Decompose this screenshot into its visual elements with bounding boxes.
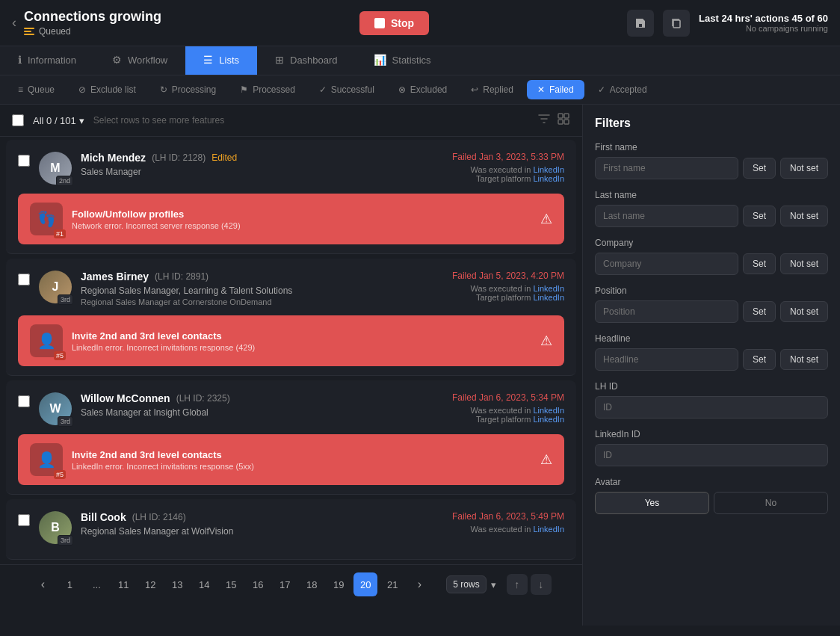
firstname-input[interactable] xyxy=(595,157,738,179)
rows-nav-up[interactable]: ↑ xyxy=(507,574,528,595)
firstname-notset-btn[interactable]: Not set xyxy=(780,158,828,179)
filter-group-lastname: Last name Set Not set xyxy=(595,190,828,227)
contact-company-2: Regional Sales Manager at Cornerstone On… xyxy=(81,297,443,306)
contact-checkbox-2[interactable] xyxy=(18,274,30,285)
company-set-btn[interactable]: Set xyxy=(743,253,776,274)
save-button[interactable] xyxy=(627,10,654,37)
page-17[interactable]: 17 xyxy=(273,572,297,596)
company-input[interactable] xyxy=(595,253,738,275)
subtab-queue[interactable]: ≡ Queue xyxy=(7,80,65,99)
row-count-button[interactable]: All 0 / 101 ▾ xyxy=(33,115,84,126)
avatar-yes-btn[interactable]: Yes xyxy=(595,492,709,514)
page-1[interactable]: 1 xyxy=(58,572,81,596)
subtab-exclude-list[interactable]: ⊘ Exclude list xyxy=(68,80,146,99)
page-20[interactable]: 20 xyxy=(353,572,377,596)
page-16[interactable]: 16 xyxy=(246,572,270,596)
page-12[interactable]: 12 xyxy=(138,572,162,596)
filter-group-avatar: Avatar Yes No xyxy=(595,477,828,514)
pagination-next[interactable]: › xyxy=(407,572,431,596)
page-13[interactable]: 13 xyxy=(165,572,189,596)
name-row-2: James Birney (LH ID: 2891) xyxy=(81,271,443,283)
queue-icon-sub: ≡ xyxy=(18,84,23,95)
page-14[interactable]: 14 xyxy=(192,572,216,596)
contact-card-4: B 3rd Bill Cook (LH ID: 2146) Regional S… xyxy=(6,499,576,560)
tab-workflow[interactable]: ⚙ Workflow xyxy=(94,46,185,75)
subtab-processed[interactable]: ⚑ Processed xyxy=(229,80,306,99)
subtab-excluded[interactable]: ⊗ Excluded xyxy=(388,80,457,99)
tab-dashboard[interactable]: ⊞ Dashboard xyxy=(257,46,356,75)
sub-tabs: ≡ Queue ⊘ Exclude list ↻ Processing ⚑ Pr… xyxy=(0,75,840,105)
subtab-processing[interactable]: ↻ Processing xyxy=(149,80,226,99)
tab-information[interactable]: ℹ Information xyxy=(0,46,94,75)
subtab-failed[interactable]: ✕ Failed xyxy=(527,80,584,99)
card-info-4: Bill Cook (LH ID: 2146) Regional Sales M… xyxy=(81,511,443,538)
contact-checkbox-3[interactable] xyxy=(18,395,30,407)
action-icon-wrap-1: 👣 #1 xyxy=(30,203,63,235)
page-18[interactable]: 18 xyxy=(300,572,324,596)
action-error-2: LinkedIn error. Incorrect invitations re… xyxy=(72,343,531,352)
rows-chevron-icon[interactable]: ▾ xyxy=(491,579,496,590)
page-15[interactable]: 15 xyxy=(219,572,243,596)
tab-lists[interactable]: ☰ Lists xyxy=(185,46,257,75)
subtab-accepted[interactable]: ✓ Accepted xyxy=(587,80,658,99)
page-ellipsis: ... xyxy=(84,572,108,596)
page-19[interactable]: 19 xyxy=(327,572,350,596)
name-row-4: Bill Cook (LH ID: 2146) xyxy=(81,511,443,523)
lhid-input[interactable] xyxy=(595,396,828,419)
queue-icon xyxy=(24,28,34,35)
headline-notset-btn[interactable]: Not set xyxy=(780,349,828,370)
page-11[interactable]: 11 xyxy=(111,572,135,596)
company-notset-btn[interactable]: Not set xyxy=(780,253,828,274)
action-title-1: Follow/Unfollow profiles xyxy=(72,209,531,220)
dashboard-icon: ⊞ xyxy=(275,54,284,66)
action-row-2: 👤 #5 Invite 2nd and 3rd level contacts L… xyxy=(18,315,564,366)
action-icon-2: 👤 xyxy=(37,332,56,350)
linkedinid-input[interactable] xyxy=(595,444,828,466)
chevron-down-icon: ▾ xyxy=(79,115,84,126)
executed-in-1: Was executed in LinkedIn xyxy=(452,165,564,174)
lastname-set-btn[interactable]: Set xyxy=(743,206,776,226)
contact-checkbox-4[interactable] xyxy=(18,514,30,526)
contact-title-1: Sales Manager xyxy=(81,167,443,177)
rows-nav-down[interactable]: ↓ xyxy=(531,574,552,595)
card-status-4: Failed Jan 6, 2023, 5:49 PM Was executed… xyxy=(452,511,564,534)
page-21[interactable]: 21 xyxy=(380,572,404,596)
position-set-btn[interactable]: Set xyxy=(743,301,776,322)
action-alert-2: ⚠ xyxy=(540,333,552,349)
action-num-badge-2: #5 xyxy=(54,351,66,360)
contact-name-3: Willow McConnen xyxy=(81,392,170,404)
lastname-notset-btn[interactable]: Not set xyxy=(780,206,828,226)
select-all-checkbox[interactable] xyxy=(12,114,24,126)
subtab-successful[interactable]: ✓ Successful xyxy=(309,80,385,99)
position-input[interactable] xyxy=(595,300,738,323)
firstname-set-btn[interactable]: Set xyxy=(743,158,776,179)
headline-input[interactable] xyxy=(595,348,738,371)
copy-button[interactable] xyxy=(663,10,690,37)
save-icon xyxy=(634,17,646,29)
subtab-replied[interactable]: ↩ Replied xyxy=(460,80,524,99)
stats-main: Last 24 hrs' actions 45 of 60 xyxy=(699,13,828,24)
pagination-prev[interactable]: ‹ xyxy=(31,572,55,596)
title-group: Connections growing Queued xyxy=(24,9,161,37)
target-platform-1: Target platform LinkedIn xyxy=(452,174,564,183)
campaign-subtitle: Queued xyxy=(24,26,161,37)
back-button[interactable]: ‹ xyxy=(12,15,16,31)
lastname-input[interactable] xyxy=(595,205,738,227)
avatar-wrap-2: J 3rd xyxy=(39,271,72,303)
filter-icon[interactable] xyxy=(537,112,551,129)
filter-group-firstname: First name Set Not set xyxy=(595,142,828,179)
action-icon-3: 👤 xyxy=(37,451,56,469)
tab-statistics[interactable]: 📊 Statistics xyxy=(356,46,449,75)
action-title-3: Invite 2nd and 3rd level contacts xyxy=(72,449,531,460)
edited-badge-1: Edited xyxy=(211,152,237,163)
degree-badge-3: 3rd xyxy=(58,416,73,427)
avatar-no-btn[interactable]: No xyxy=(714,492,828,514)
successful-icon: ✓ xyxy=(319,84,327,95)
contact-checkbox-1[interactable] xyxy=(18,155,30,167)
svg-rect-0 xyxy=(673,20,680,28)
grid-icon[interactable] xyxy=(557,112,570,129)
filter-row-firstname: Set Not set xyxy=(595,157,828,179)
position-notset-btn[interactable]: Not set xyxy=(780,301,828,322)
stop-button[interactable]: Stop xyxy=(359,11,429,35)
headline-set-btn[interactable]: Set xyxy=(743,349,776,370)
